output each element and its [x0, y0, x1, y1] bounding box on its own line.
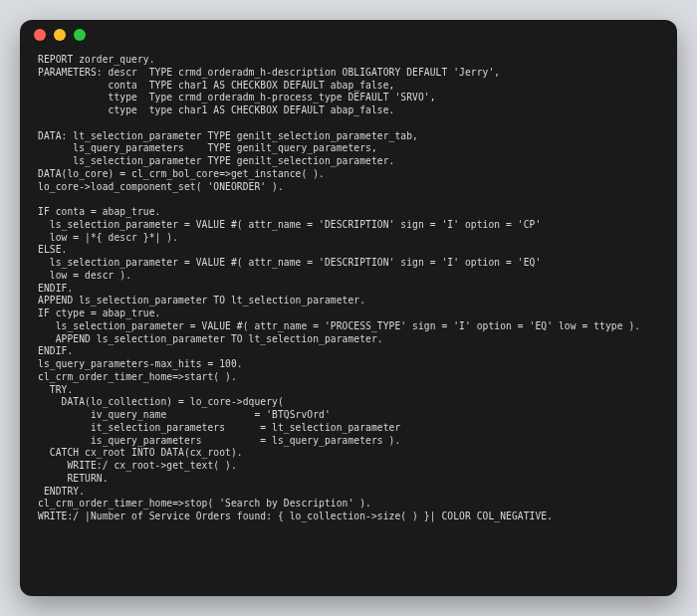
code-block: REPORT zorder_query. PARAMETERS: descr T…	[38, 54, 659, 523]
terminal-window: REPORT zorder_query. PARAMETERS: descr T…	[20, 20, 677, 596]
close-icon[interactable]	[34, 29, 46, 41]
terminal-content: REPORT zorder_query. PARAMETERS: descr T…	[20, 50, 677, 596]
maximize-icon[interactable]	[74, 29, 86, 41]
minimize-icon[interactable]	[54, 29, 66, 41]
window-titlebar	[20, 20, 677, 50]
